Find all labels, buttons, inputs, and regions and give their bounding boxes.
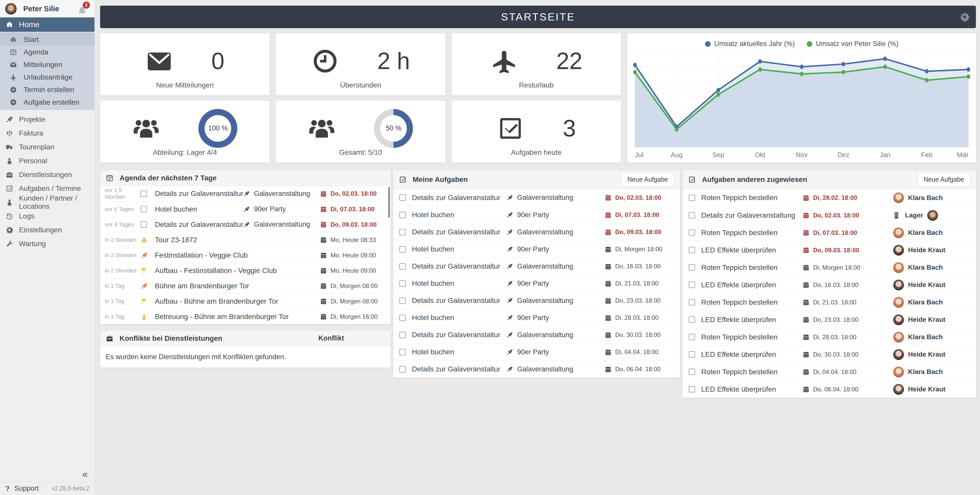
agenda-scrollbar[interactable] — [388, 187, 390, 218]
task-checkbox[interactable] — [689, 282, 695, 288]
sidebar-item-einstellungen[interactable]: Einstellungen — [0, 223, 94, 237]
task-checkbox[interactable] — [689, 247, 695, 253]
task-row[interactable]: Details zur Galaveranstaltung mit Gabi G… — [393, 360, 680, 378]
task-checkbox[interactable] — [689, 212, 695, 219]
sidebar-item-projekte[interactable]: Projekte — [0, 113, 94, 126]
project-tag[interactable]: Galaveranstaltung — [506, 331, 598, 339]
project-tag[interactable]: 90er Party — [506, 314, 598, 322]
task-checkbox[interactable] — [140, 190, 147, 197]
assignee[interactable]: Heide Kraut — [893, 314, 970, 325]
project-tag[interactable]: Galaveranstaltung — [506, 228, 598, 236]
project-tag[interactable]: 90er Party — [506, 348, 598, 356]
task-row[interactable]: LED Effekte überprüfen Do, 09.03. 18:00 … — [682, 241, 976, 259]
sidebar-item-aufgaben-termine[interactable]: Aufgaben / Termine — [0, 182, 94, 195]
agenda-row[interactable]: vor 6 Tagen Hotel buchen 90er Party Di, … — [100, 201, 391, 217]
sidebar-item-personal[interactable]: Personal — [0, 154, 94, 168]
notifications-button[interactable]: 2 — [78, 3, 88, 15]
sidebar-item-aufgabe-erstellen[interactable]: Aufgabe erstellen — [0, 96, 94, 108]
task-checkbox[interactable] — [140, 206, 147, 212]
task-checkbox[interactable] — [689, 369, 695, 375]
project-tag[interactable]: Galaveranstaltung — [243, 190, 320, 198]
task-row[interactable]: Roten Teppich bestellen Di, 28.02. 18:00… — [682, 189, 976, 206]
user-header[interactable]: Peter Silie 2 — [0, 0, 94, 17]
project-tag[interactable]: 90er Party — [506, 279, 598, 287]
assignee[interactable]: Heide Kraut — [893, 349, 970, 360]
task-row[interactable]: Roten Teppich bestellen Di, 21.03. 18:00… — [682, 294, 976, 311]
project-tag[interactable]: Galaveranstaltung — [506, 365, 598, 373]
project-tag[interactable]: 90er Party — [243, 205, 320, 213]
assignee[interactable]: Klara Bach — [893, 297, 970, 308]
sidebar-item-termin-erstellen[interactable]: Termin erstellen — [0, 83, 94, 96]
assignee[interactable]: Heide Kraut — [893, 279, 970, 290]
task-row[interactable]: Roten Teppich bestellen Di, Morgen 18:00… — [682, 259, 976, 276]
task-row[interactable]: LED Effekte überprüfen Do, 23.03. 18:00 … — [682, 311, 976, 328]
agenda-row[interactable]: in 1 Tag Bühne am Brandenburger Tor Di, … — [100, 278, 391, 294]
assignee[interactable]: Klara Bach — [893, 262, 970, 273]
task-checkbox[interactable] — [399, 263, 406, 270]
project-tag[interactable]: Galaveranstaltung — [243, 221, 320, 228]
task-checkbox[interactable] — [689, 334, 695, 340]
task-checkbox[interactable] — [689, 299, 695, 305]
agenda-row[interactable]: vor 1,5 Wochen Details zur Galaveranstal… — [100, 186, 391, 201]
task-row[interactable]: Hotel buchen 90er Party Di, Morgen 18:00 — [393, 240, 680, 258]
agenda-row[interactable]: in 1 Tag Aufbau - Bühne am Brandenburger… — [100, 294, 391, 309]
assignee[interactable]: Heide Kraut — [893, 384, 970, 395]
assignee[interactable]: Lager — [893, 210, 970, 221]
task-row[interactable]: Hotel buchen 90er Party Di, 21.03. 18:00 — [393, 275, 680, 292]
task-checkbox[interactable] — [399, 212, 406, 218]
sidebar-item-mitteilungen[interactable]: Mitteilungen — [0, 58, 94, 71]
task-row[interactable]: Details zur Galaveranstaltung mit Gabi G… — [393, 189, 680, 206]
assignee[interactable]: Heide Kraut — [893, 245, 970, 255]
sidebar-item-faktura[interactable]: Faktura — [0, 126, 94, 140]
task-row[interactable]: Details zur Galaveranstaltung mit Gabi G… — [682, 206, 976, 224]
project-tag[interactable]: Galaveranstaltung — [506, 297, 598, 305]
agenda-row[interactable]: in 2 Stunden Aufbau - Festinstallation -… — [100, 263, 391, 278]
agenda-row[interactable]: vor 4 Tagen Details zur Galaveranstaltun… — [100, 217, 391, 232]
task-row[interactable]: Details zur Galaveranstaltung mit Gabi G… — [393, 258, 680, 275]
task-checkbox[interactable] — [689, 386, 695, 392]
task-row[interactable]: Hotel buchen 90er Party Di, 04.04. 18:00 — [393, 343, 680, 360]
task-checkbox[interactable] — [689, 316, 695, 323]
support-link[interactable]: Support — [14, 484, 39, 492]
task-checkbox[interactable] — [689, 195, 695, 201]
assignee[interactable]: Klara Bach — [893, 366, 970, 377]
assignee[interactable]: Klara Bach — [893, 332, 970, 343]
sidebar-item-wartung[interactable]: Wartung — [0, 237, 94, 251]
task-row[interactable]: Details zur Galaveranstaltung mit Gabi G… — [393, 326, 680, 343]
agenda-row[interactable]: in 2 Stunden Tour 23-1872 Mo, Heute 08:3… — [100, 232, 391, 248]
task-row[interactable]: LED Effekte überprüfen Do, 30.03. 18:00 … — [682, 346, 976, 363]
task-checkbox[interactable] — [689, 264, 695, 271]
task-row[interactable]: Roten Teppich bestellen Di, 28.03. 18:00… — [682, 328, 976, 346]
task-row[interactable]: Details zur Galaveranstaltung mit Gabi G… — [393, 223, 680, 240]
sidebar-item-kunden-partner-locations[interactable]: Kunden / Partner / Locations — [0, 195, 94, 209]
task-checkbox[interactable] — [689, 351, 695, 358]
sidebar-item-agenda[interactable]: Agenda — [0, 46, 94, 58]
assignee[interactable]: Klara Bach — [893, 227, 970, 238]
task-checkbox[interactable] — [399, 229, 406, 235]
sidebar-collapse-button[interactable]: « — [82, 469, 88, 479]
task-checkbox[interactable] — [399, 298, 406, 304]
task-checkbox[interactable] — [399, 332, 406, 338]
sidebar-item-logs[interactable]: Logs — [0, 209, 94, 223]
sidebar-item-home[interactable]: Home — [0, 17, 94, 32]
task-row[interactable]: Roten Teppich bestellen Di, 07.03. 18:00… — [682, 224, 976, 241]
sidebar-item-tourenplan[interactable]: Tourenplan — [0, 140, 94, 154]
task-row[interactable]: LED Effekte überprüfen Do, 16.03. 18:00 … — [682, 276, 976, 294]
sidebar-item-start[interactable]: Start — [0, 33, 94, 46]
task-checkbox[interactable] — [689, 230, 695, 236]
task-checkbox[interactable] — [399, 366, 406, 373]
project-tag[interactable]: Galaveranstaltung — [506, 262, 598, 270]
task-checkbox[interactable] — [140, 221, 147, 228]
project-tag[interactable]: 90er Party — [506, 245, 598, 253]
project-tag[interactable]: Galaveranstaltung — [506, 194, 598, 201]
new-task-button[interactable]: Neue Aufgabe — [917, 172, 970, 187]
new-task-button[interactable]: Neue Aufgabe — [621, 172, 675, 187]
header-gear-icon[interactable] — [959, 12, 970, 22]
task-row[interactable]: Hotel buchen 90er Party Di, 07.03. 18:00 — [393, 206, 680, 223]
agenda-row[interactable]: in 2 Stunden Festinstallation - Veggie C… — [100, 248, 391, 263]
task-checkbox[interactable] — [399, 349, 406, 355]
task-checkbox[interactable] — [399, 194, 406, 201]
task-row[interactable]: Details zur Galaveranstaltung mit Gabi G… — [393, 292, 680, 309]
agenda-row[interactable]: in 1 Tag Betreuung - Bühne am Brandenbur… — [100, 309, 391, 324]
task-row[interactable]: Roten Teppich bestellen Di, 04.04. 18:00… — [682, 363, 976, 381]
